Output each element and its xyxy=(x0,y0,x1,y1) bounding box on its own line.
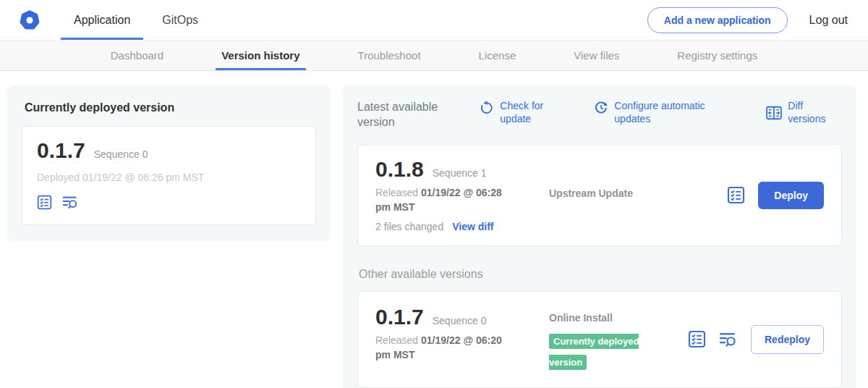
other-sequence-label: Sequence 0 xyxy=(433,315,487,326)
deploy-logs-icon[interactable] xyxy=(62,195,79,210)
latest-version-actions: Deploy xyxy=(727,182,824,209)
configure-updates-label: Configure automatic updates xyxy=(614,100,724,125)
deployed-timestamp: Deployed 01/19/22 @ 06:26 pm MST xyxy=(37,172,301,183)
nav-tab-application[interactable]: Application xyxy=(61,0,143,40)
tab-registry-settings[interactable]: Registry settings xyxy=(671,41,763,70)
available-panel-header: Latest available version Check for updat… xyxy=(357,100,842,130)
deploy-logs-icon[interactable] xyxy=(719,331,738,348)
other-version-number: 0.1.7 xyxy=(375,306,424,328)
currently-deployed-panel: Currently deployed version 0.1.7 Sequenc… xyxy=(7,85,331,241)
latest-released-timestamp: Released 01/19/22 @ 06:28 pm MST xyxy=(375,185,513,215)
latest-version-card: 0.1.8 Sequence 1 Released 01/19/22 @ 06:… xyxy=(357,145,842,247)
deployed-version-number: 0.1.7 xyxy=(37,140,85,161)
other-version-actions: Redeploy xyxy=(688,325,824,354)
deployed-version-card: 0.1.7 Sequence 0 Deployed 01/19/22 @ 06:… xyxy=(22,126,316,225)
latest-sequence-label: Sequence 1 xyxy=(433,167,487,179)
add-application-button[interactable]: Add a new application xyxy=(647,7,788,33)
online-install-label: Online Install xyxy=(549,312,673,324)
other-version-card: 0.1.7 Sequence 0 Released 01/19/22 @ 06:… xyxy=(357,291,842,388)
preflight-checks-icon[interactable] xyxy=(727,186,745,204)
configure-updates-link[interactable]: Configure automatic updates xyxy=(594,100,724,125)
diff-versions-label: Diff versions xyxy=(788,100,841,125)
topnav-tabs: Application GitOps xyxy=(61,0,217,40)
tab-dashboard[interactable]: Dashboard xyxy=(105,41,169,70)
latest-version-number: 0.1.8 xyxy=(375,159,424,180)
other-version-source: Online Install Currently deployed versio… xyxy=(549,306,673,373)
nav-tab-gitops[interactable]: GitOps xyxy=(149,0,211,40)
app-logo[interactable] xyxy=(19,9,41,31)
diff-versions-icon xyxy=(766,106,782,120)
deployed-panel-title: Currently deployed version xyxy=(25,101,316,114)
latest-available-title: Latest available version xyxy=(357,100,442,130)
upstream-update-label: Upstream Update xyxy=(549,187,673,199)
view-diff-link[interactable]: View diff xyxy=(452,221,493,232)
deploy-button[interactable]: Deploy xyxy=(758,182,824,209)
deployed-sequence-label: Sequence 0 xyxy=(94,148,148,160)
logout-link[interactable]: Log out xyxy=(809,14,848,27)
check-for-update-link[interactable]: Check for update xyxy=(480,100,552,125)
main-content: Currently deployed version 0.1.7 Sequenc… xyxy=(0,71,868,388)
latest-version-info: 0.1.8 Sequence 1 Released 01/19/22 @ 06:… xyxy=(375,159,529,233)
redeploy-button[interactable]: Redeploy xyxy=(751,325,824,354)
top-navbar: Application GitOps Add a new application… xyxy=(0,0,868,41)
diff-versions-link[interactable]: Diff versions xyxy=(766,100,841,125)
files-changed-label: 2 files changed xyxy=(375,221,443,232)
badge-container: Currently deployed version xyxy=(549,331,659,373)
refresh-icon xyxy=(480,101,494,115)
other-released-timestamp: Released 01/19/22 @ 06:20 pm MST xyxy=(375,333,513,363)
tab-version-history[interactable]: Version history xyxy=(216,41,305,70)
topnav-right: Add a new application Log out xyxy=(647,0,848,40)
preflight-checks-icon[interactable] xyxy=(37,195,52,210)
tab-view-files[interactable]: View files xyxy=(568,41,625,70)
preflight-checks-icon[interactable] xyxy=(688,330,706,348)
check-for-update-label: Check for update xyxy=(500,100,552,125)
other-versions-heading: Other available versions xyxy=(359,268,842,281)
available-versions-panel: Latest available version Check for updat… xyxy=(343,85,856,388)
latest-version-source: Upstream Update xyxy=(549,159,673,233)
other-version-info: 0.1.7 Sequence 0 Released 01/19/22 @ 06:… xyxy=(375,306,529,373)
app-subnav: Dashboard Version history Troubleshoot L… xyxy=(0,41,868,71)
currently-deployed-badge: Currently deployed version xyxy=(549,334,639,370)
tab-license[interactable]: License xyxy=(473,41,522,70)
tab-troubleshoot[interactable]: Troubleshoot xyxy=(352,41,427,70)
deployed-actions xyxy=(37,195,301,210)
deployed-version-row: 0.1.7 Sequence 0 xyxy=(37,140,301,161)
heptagon-logo-icon xyxy=(19,9,41,31)
auto-update-icon xyxy=(594,101,608,115)
released-prefix: Released xyxy=(375,334,418,346)
released-prefix: Released xyxy=(375,187,418,198)
